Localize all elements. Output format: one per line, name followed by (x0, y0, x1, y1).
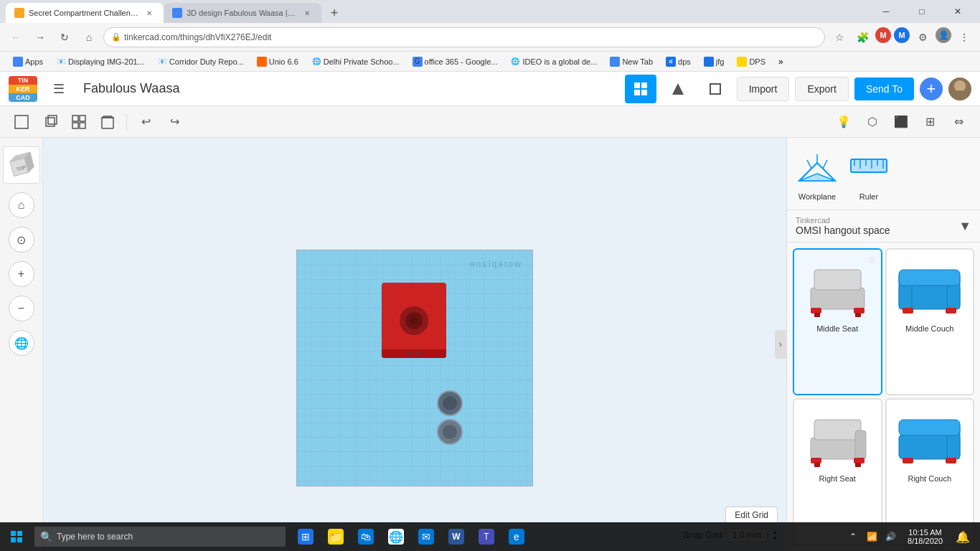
solid-view-button[interactable]: ⬛ (888, 109, 914, 135)
copy-button[interactable] (37, 109, 63, 135)
ruler-icon[interactable] (847, 146, 890, 189)
taskbar-file-explorer[interactable]: 📁 (321, 522, 350, 551)
canvas-red-object[interactable] (382, 283, 446, 358)
tab-close-2[interactable]: ✕ (301, 7, 313, 19)
reload-button[interactable]: ↻ (55, 27, 75, 47)
bookmark-newtab[interactable]: New Tab (604, 55, 659, 68)
view-cube[interactable]: TOP (3, 146, 40, 184)
zoom-out-button[interactable]: − (9, 296, 34, 321)
back-button[interactable]: ← (6, 27, 26, 47)
lock-icon: 🔒 (111, 32, 121, 42)
canvas-circle-1-inner (443, 396, 457, 410)
system-tray-up-arrow[interactable]: ⌃ (844, 522, 862, 551)
bookmark-dps[interactable]: d dps (660, 55, 697, 68)
mirror-button[interactable]: ⇔ (946, 109, 971, 135)
panel-collapse-arrow[interactable]: › (775, 330, 786, 359)
perspective-button[interactable]: 🌐 (9, 330, 34, 356)
code-view-button[interactable] (699, 75, 731, 103)
canvas-circle-2[interactable] (437, 419, 463, 445)
workplane-label: Workplane (798, 192, 836, 201)
bookmarks-more[interactable]: » (773, 55, 789, 68)
notification-button[interactable]: 🔔 (951, 522, 974, 551)
group-button[interactable] (66, 109, 92, 135)
bookmark-img[interactable]: 📧 Displaying IMG-201... (50, 55, 150, 68)
close-button[interactable]: ✕ (941, 1, 974, 22)
taskbar-word[interactable]: W (442, 522, 471, 551)
taskbar-store[interactable]: 🛍 (352, 522, 380, 551)
bookmark-dps2[interactable]: DPS (731, 55, 771, 68)
account-circle-1[interactable]: M (875, 27, 891, 43)
bookmark-unio[interactable]: Unio 6.6 (251, 55, 304, 68)
tab-active[interactable]: Secret Compartment Challenge ✕ (6, 3, 164, 23)
zoom-in-button[interactable]: + (9, 261, 34, 287)
shape-card-middle-seat[interactable]: ☆ Middle Seat (793, 248, 882, 395)
tab-close-1[interactable]: ✕ (143, 7, 155, 19)
bookmark-ideo[interactable]: 🌐 IDEO is a global de... (504, 55, 603, 68)
light-mode-button[interactable]: 💡 (831, 109, 857, 135)
extensions-icon[interactable]: 🧩 (852, 27, 872, 47)
bookmark-corridor[interactable]: 📧 Corridor Duty Repo... (151, 55, 250, 68)
canvas-circle-1[interactable] (437, 390, 463, 416)
workplane-icon[interactable] (796, 146, 839, 189)
svg-rect-62 (903, 458, 913, 463)
delete-button[interactable] (95, 109, 121, 135)
svg-point-27 (410, 316, 418, 325)
add-user-button[interactable]: + (920, 77, 943, 100)
home-button[interactable]: ⌂ (79, 27, 99, 47)
start-button[interactable] (0, 522, 33, 551)
project-dropdown-button[interactable]: ▼ (958, 219, 971, 234)
workplane-svg (796, 149, 839, 188)
bookmark-icon[interactable]: ☆ (829, 27, 849, 47)
tc-canvas[interactable]: workplane (43, 138, 786, 551)
taskbar-mail[interactable]: ✉ (412, 522, 440, 551)
bookmark-jfg[interactable]: jfg (698, 55, 730, 68)
system-tray-icons: ⌃ 📶 🔊 (844, 522, 899, 551)
maximize-button[interactable]: □ (905, 1, 938, 22)
search-bar[interactable]: 🔍 Type here to search (34, 527, 286, 547)
bookmark-apps[interactable]: Apps (7, 55, 49, 68)
bookmark-delhi[interactable]: 🌐 Delhi Private Schoo... (306, 55, 405, 68)
bookmark-office[interactable]: G office 365 - Google... (407, 55, 504, 68)
svg-rect-40 (811, 288, 864, 309)
network-icon[interactable]: 📶 (863, 522, 880, 551)
shape-view-button[interactable] (662, 75, 694, 103)
shape-card-middle-couch[interactable]: Middle Couch (885, 248, 975, 395)
browser-toolbar-icons: ☆ 🧩 M M ⚙ 👤 ⋮ (829, 27, 974, 47)
redo-button[interactable]: ↪ (161, 109, 187, 135)
search-placeholder-text: Type here to search (57, 532, 133, 542)
system-clock[interactable]: 10:15 AM 8/18/2020 (902, 528, 948, 545)
profile-icon[interactable]: 👤 (936, 27, 951, 43)
taskbar-edge[interactable]: e (502, 522, 531, 551)
list-view-button[interactable]: ☰ (43, 75, 75, 103)
home-view-button[interactable]: ⌂ (9, 192, 34, 218)
user-avatar[interactable] (948, 77, 971, 100)
tab-inactive[interactable]: 3D design Fabulous Waasa | Tink ✕ (164, 3, 321, 23)
new-tab-button[interactable]: + (324, 3, 344, 23)
import-button[interactable]: Import (737, 77, 790, 101)
fit-view-button[interactable]: ⊙ (9, 227, 34, 253)
svg-line-31 (807, 160, 811, 169)
project-info-section: Tinkercad OMSI hangout space ▼ (787, 209, 980, 242)
taskbar-task-view[interactable]: ⊞ (291, 522, 320, 551)
export-button[interactable]: Export (795, 77, 848, 101)
new-object-icon (14, 115, 29, 129)
tinkercad-logo[interactable]: TIN KER CAD (9, 76, 37, 102)
middle-seat-star[interactable]: ☆ (867, 254, 877, 265)
edit-grid-button[interactable]: Edit Grid (725, 507, 778, 524)
wireframe-button[interactable]: ⬡ (859, 109, 885, 135)
undo-button[interactable]: ↩ (133, 109, 159, 135)
grid-view-button[interactable] (625, 75, 656, 103)
account-circle-2[interactable]: M (894, 27, 910, 43)
taskbar-chrome[interactable]: 🌐 (382, 522, 410, 551)
volume-icon[interactable]: 🔊 (882, 522, 899, 551)
forward-button[interactable]: → (30, 27, 50, 47)
align-left-button[interactable]: ⊞ (917, 109, 943, 135)
taskbar-teams[interactable]: T (472, 522, 501, 551)
minimize-button[interactable]: ─ (870, 1, 903, 22)
send-to-button[interactable]: Send To (854, 77, 914, 100)
url-bar[interactable]: 🔒 tinkercad.com/things/dhVfiX276EJ/edit (103, 27, 825, 47)
menu-icon[interactable]: ⋮ (954, 27, 974, 47)
settings-icon[interactable]: ⚙ (913, 27, 933, 47)
svg-rect-43 (854, 308, 864, 314)
new-object-button[interactable] (9, 109, 34, 135)
